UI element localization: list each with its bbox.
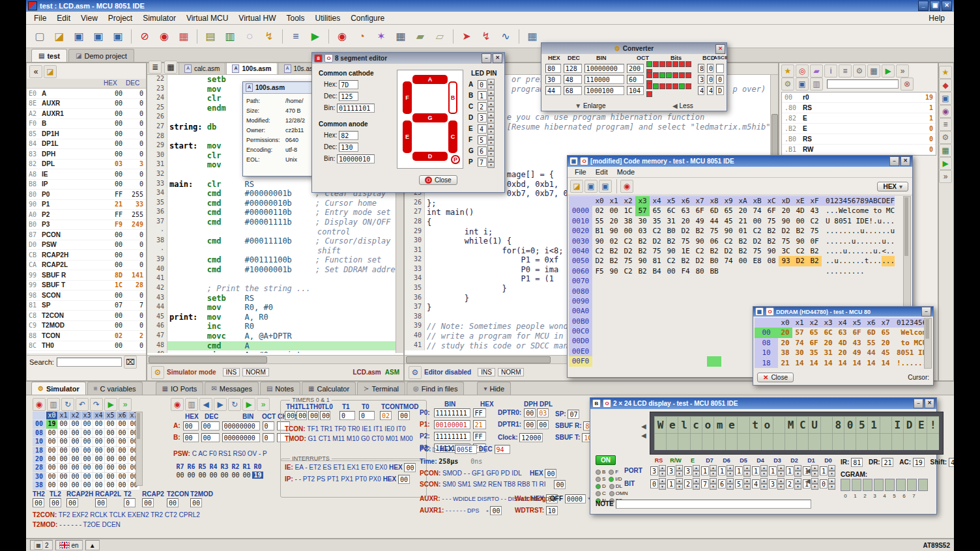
spin-down-icon[interactable]: ▼ xyxy=(727,484,734,490)
register-row[interactable]: A0P2FF255 xyxy=(27,210,146,220)
memory-cell[interactable]: B2 xyxy=(707,246,721,256)
memory-cell[interactable]: 80 xyxy=(693,266,707,276)
monitor-icon[interactable]: ▦ xyxy=(867,64,880,78)
bottom-tab-find-in-files[interactable]: ◎Find in files xyxy=(407,382,464,395)
memory-cell[interactable]: C2 xyxy=(750,226,764,236)
clock-value[interactable]: 12000 xyxy=(519,433,543,442)
memory-cell[interactable] xyxy=(707,356,721,366)
ascii-field[interactable] xyxy=(716,64,724,73)
register-dec-value[interactable]: 0 xyxy=(122,110,146,117)
spin-arrows[interactable]: ▲▼ xyxy=(693,465,700,477)
iram-cell[interactable]: 00 xyxy=(93,447,105,455)
ddram-cell[interactable]: 20 xyxy=(821,338,835,348)
port-spinner[interactable]: 1▲▼ xyxy=(769,465,786,477)
code-line[interactable]: 45print: mov A, R0 xyxy=(147,313,403,322)
less-button[interactable]: ◀ Less xyxy=(672,102,693,109)
spin-up-icon[interactable]: ▲ xyxy=(487,134,495,140)
memory-cell[interactable]: 1C xyxy=(621,206,635,216)
spin-down-icon[interactable]: ▼ xyxy=(693,471,700,477)
sim-load-icon[interactable]: ▥ xyxy=(47,398,60,411)
code-memory-titlebar[interactable]: ▦ O [modified] Code memory - test - MCU … xyxy=(568,156,912,167)
memory-cell[interactable]: B2 xyxy=(607,256,621,266)
ddram-cell[interactable]: 14 xyxy=(807,358,821,368)
ddram-cell[interactable]: 57 xyxy=(792,328,807,337)
register-hex-value[interactable]: 02 xyxy=(106,332,122,339)
t2-field[interactable]: 00 xyxy=(142,498,154,507)
spin-up-icon[interactable]: ▲ xyxy=(760,478,768,484)
memory-cell[interactable] xyxy=(607,276,621,286)
memory-cell[interactable]: 20 xyxy=(736,206,750,216)
r-value[interactable]: 00 xyxy=(208,472,219,479)
register-dec-value[interactable]: 0 xyxy=(122,130,146,137)
spin-down-icon[interactable]: ▼ xyxy=(659,471,666,477)
bit-cell[interactable] xyxy=(659,83,665,89)
r-value[interactable]: 00 xyxy=(219,472,230,479)
iram-cell[interactable]: 00 xyxy=(70,473,81,481)
register-row[interactable]: F0B000 xyxy=(27,119,146,130)
list-icon[interactable]: ≡ xyxy=(839,64,852,78)
open-project-icon[interactable]: ▥ xyxy=(221,27,239,46)
memory-cell[interactable] xyxy=(721,317,736,326)
memory-cell[interactable] xyxy=(664,317,678,326)
memory-cell[interactable] xyxy=(635,296,650,306)
t2-field[interactable]: 00 xyxy=(95,498,107,507)
hex-field[interactable]: 80 xyxy=(545,64,561,73)
panel-bookmarks-icon[interactable]: ★ xyxy=(939,66,952,79)
timer-field[interactable]: 00 xyxy=(398,411,410,420)
spin-value[interactable]: 1 xyxy=(769,466,777,475)
spin-value[interactable]: 1 xyxy=(786,466,794,475)
spin-value[interactable]: 2 xyxy=(786,479,794,488)
panel-hw-manager-icon[interactable]: ⚙ xyxy=(939,131,952,144)
new-file-icon[interactable]: ▢ xyxy=(31,27,49,46)
register-dec-value[interactable]: 0 xyxy=(122,292,146,299)
menu-help[interactable]: Help xyxy=(922,12,951,24)
register-dec-value[interactable]: 0 xyxy=(122,312,146,319)
register-row[interactable]: 84DP1L000 xyxy=(27,139,146,150)
simreg-run-icon[interactable]: ▶ xyxy=(242,398,255,411)
program-mcu-icon[interactable]: ➤ xyxy=(457,27,476,46)
code-line[interactable]: 44 mov R0, #0 xyxy=(147,303,403,313)
iram-scrollbar[interactable] xyxy=(136,412,143,486)
memory-cell[interactable] xyxy=(621,317,635,326)
memory-cell[interactable]: D2 xyxy=(750,236,764,246)
bottom-tab-calculator[interactable]: ▦Calculator xyxy=(302,382,356,395)
memory-cell[interactable]: 31 xyxy=(664,216,678,226)
symbol-table-icon[interactable]: ≡ xyxy=(287,27,305,46)
bit-spinner[interactable]: 2▲▼ xyxy=(684,478,701,490)
register-hex-value[interactable]: 00 xyxy=(106,140,122,147)
register-field[interactable]: 0 xyxy=(263,433,274,442)
register-row[interactable]: 85DP1H000 xyxy=(27,129,146,139)
register-hex-value[interactable]: 8D xyxy=(106,272,122,279)
iram-cell[interactable]: 00 xyxy=(70,464,81,472)
memory-cell[interactable] xyxy=(750,287,764,296)
spin-down-icon[interactable]: ▼ xyxy=(811,471,818,477)
memory-cell[interactable]: 3C xyxy=(779,246,793,256)
lcd-minimize-button[interactable]: – xyxy=(914,399,923,408)
memory-cell[interactable]: C2 xyxy=(592,246,607,256)
bcd-field[interactable]: 8 xyxy=(698,64,704,73)
menu-utilities[interactable]: Utilities xyxy=(310,12,345,24)
cm-save-as-icon[interactable]: ▣ xyxy=(599,180,612,193)
memory-cell[interactable] xyxy=(607,317,621,326)
ddram-cell[interactable]: 14 xyxy=(821,358,835,368)
memory-cell[interactable]: D2 xyxy=(621,246,635,256)
iram-cell[interactable]: 00 xyxy=(58,481,70,490)
memory-cell[interactable] xyxy=(678,306,693,316)
spin-up-icon[interactable]: ▲ xyxy=(659,465,666,471)
dptr-low-value[interactable]: 03 xyxy=(537,408,549,417)
ascii-field[interactable]: D xyxy=(716,86,724,95)
bit-cell[interactable] xyxy=(659,72,665,78)
memory-cell[interactable] xyxy=(607,296,621,306)
memory-cell[interactable] xyxy=(721,326,736,336)
code-line[interactable]: 46 inc R0 xyxy=(147,322,403,332)
ddram-cell[interactable]: 63 xyxy=(835,328,850,337)
spin-arrows[interactable]: ▲▼ xyxy=(777,478,785,490)
memory-cell[interactable] xyxy=(779,287,793,296)
spin-arrows[interactable]: ▲▼ xyxy=(760,465,768,477)
spin-up-icon[interactable]: ▲ xyxy=(794,478,801,484)
bit-cell[interactable] xyxy=(685,72,691,78)
memory-cell[interactable]: 00 xyxy=(736,256,750,266)
pin-spinner[interactable]: ▲▼ xyxy=(487,145,495,157)
ddram-cell[interactable]: 20 xyxy=(778,328,792,337)
memory-cell[interactable] xyxy=(793,266,807,276)
